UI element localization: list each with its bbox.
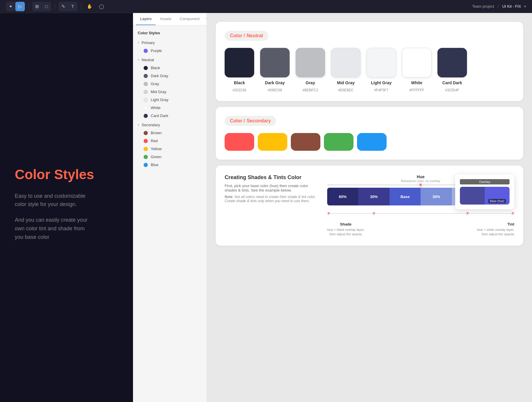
tint-label-title: Tint xyxy=(477,222,514,226)
secondary-badge-highlight: Secondary xyxy=(247,118,271,124)
shade-label-title: Shade xyxy=(327,222,364,226)
color-name-mid-gray: Mid Gray xyxy=(337,80,355,85)
color-dot-gray xyxy=(144,82,148,86)
slider-handle-left[interactable] xyxy=(327,212,330,215)
main-layout: Color Styles Easy to use and customizabl… xyxy=(0,13,532,402)
description-1: Easy to use and customizable color style… xyxy=(15,192,118,209)
color-swatch-card-dark xyxy=(437,48,467,77)
color-dot-card-dark xyxy=(144,114,148,118)
secondary-swatch-yellow xyxy=(258,133,287,151)
tool-group-select: ✦ ▷ xyxy=(6,2,25,11)
shade-segment-30-light: 30% xyxy=(421,188,452,205)
tab-arrow[interactable]: ▾ xyxy=(204,13,207,25)
title-highlight: Styles xyxy=(54,167,94,182)
overlay-badge: Overlay xyxy=(460,179,510,184)
style-item-green[interactable]: Green xyxy=(133,153,207,161)
style-item-label-mid-gray: Mid Gray xyxy=(151,90,166,94)
style-item-card-dark[interactable]: Card Dark xyxy=(133,112,207,120)
chevron-down-icon-secondary: ▾ xyxy=(138,123,139,127)
color-card-card-dark: Card Dark #32354F xyxy=(437,48,467,92)
page-title: Color Styles xyxy=(15,166,118,183)
style-group-primary: ▾ Primary Purple xyxy=(133,39,207,55)
toolbar-left: ✦ ▷ ⊞ □ ✎ T ✋ ◯ xyxy=(6,2,106,11)
shades-title: Creating Shades & Tints Color xyxy=(225,174,318,181)
slider-handle-left-mid[interactable] xyxy=(372,212,375,215)
shade-segment-60-dark: 60% xyxy=(327,188,359,205)
shades-note: Note: Not all colors need to create thei… xyxy=(225,195,318,203)
color-styles-heading: Color Styles xyxy=(133,28,207,39)
color-card-white: White #FFFFFF xyxy=(402,48,432,92)
sidebar-tabs: Layers Assets Component ▾ xyxy=(133,13,207,25)
style-item-blue[interactable]: Blue xyxy=(133,161,207,169)
tool-move[interactable]: ▷ xyxy=(15,2,25,11)
secondary-color-row xyxy=(225,133,514,151)
style-item-white[interactable]: White xyxy=(133,104,207,112)
breadcrumb-arrow-icon: ▾ xyxy=(524,4,526,9)
sidebar-content: Color Styles ▾ Primary Purple ▾ Neutral xyxy=(133,25,207,402)
style-group-header-neutral[interactable]: ▾ Neutral xyxy=(133,56,207,64)
color-dot-blue xyxy=(144,163,148,167)
title-plain: Color xyxy=(15,167,54,182)
neutral-color-grid: Black #202236 Dark Gray #595C68 Gray #BE… xyxy=(225,48,514,92)
style-item-label-yellow: Yellow xyxy=(151,147,162,151)
overlay-colors: Base (hue) xyxy=(460,187,510,205)
tab-assets[interactable]: Assets xyxy=(156,13,176,25)
overlay-color-main: Base (hue) xyxy=(485,187,510,205)
group-name-neutral: Neutral xyxy=(142,58,154,62)
tool-hand[interactable]: ✋ xyxy=(85,2,94,11)
color-name-card-dark: Card Dark xyxy=(442,80,462,85)
color-name-white: White xyxy=(411,80,422,85)
style-group-header-primary[interactable]: ▾ Primary xyxy=(133,39,207,47)
tool-group-draw: ✎ T xyxy=(59,2,77,11)
color-hex-dark-gray: #595C68 xyxy=(268,88,282,92)
shade-labels: Shade Hue + black overlay layer, then ad… xyxy=(327,222,514,237)
color-dot-light-gray xyxy=(144,98,148,102)
tab-component[interactable]: Component xyxy=(176,13,204,25)
color-name-light-gray: Light Gray xyxy=(371,80,392,85)
color-swatch-black xyxy=(225,48,254,77)
style-item-light-gray[interactable]: Light Gray xyxy=(133,96,207,104)
breadcrumb-separator: / xyxy=(498,4,499,9)
style-item-gray[interactable]: Gray xyxy=(133,80,207,88)
style-item-dark-gray[interactable]: Dark Gray xyxy=(133,72,207,80)
style-item-label-blue: Blue xyxy=(151,163,158,167)
tool-vector[interactable]: ✦ xyxy=(6,2,15,11)
shade-segment-base: Base xyxy=(390,188,421,205)
shades-tints-text: Creating Shades & Tints Color First, pic… xyxy=(225,174,318,237)
bottom-slider-area xyxy=(327,210,514,216)
slider-handle-center[interactable] xyxy=(419,183,422,187)
style-item-red[interactable]: Red xyxy=(133,137,207,145)
tab-layers[interactable]: Layers xyxy=(136,13,156,25)
style-item-label-black: Black xyxy=(151,66,160,70)
tool-pen[interactable]: ✎ xyxy=(59,2,68,11)
color-card-dark-gray: Dark Gray #595C68 xyxy=(260,48,290,92)
tool-comment[interactable]: ◯ xyxy=(97,2,106,11)
style-item-black[interactable]: Black xyxy=(133,64,207,72)
color-dot-white xyxy=(144,106,148,110)
style-group-header-secondary[interactable]: ▾ Secondary xyxy=(133,121,207,129)
secondary-swatch-brown xyxy=(291,133,320,151)
group-name-secondary: Secondary xyxy=(142,123,160,127)
tool-shape[interactable]: □ xyxy=(42,2,51,11)
color-hex-gray: #BEBFC2 xyxy=(302,88,318,92)
tool-text[interactable]: T xyxy=(68,2,77,11)
color-name-dark-gray: Dark Gray xyxy=(265,80,285,85)
tool-frame[interactable]: ⊞ xyxy=(32,2,42,11)
style-item-yellow[interactable]: Yellow xyxy=(133,145,207,153)
slider-handle-right-mid[interactable] xyxy=(466,212,469,215)
shade-segment-label-30-light: 30% xyxy=(432,194,440,199)
color-card-gray: Gray #BEBFC2 xyxy=(296,48,325,92)
sidebar: Layers Assets Component ▾ Color Styles ▾… xyxy=(133,13,207,402)
color-dot-yellow xyxy=(144,147,148,151)
secondary-swatch-blue xyxy=(357,133,387,151)
style-item-mid-gray[interactable]: Mid Gray xyxy=(133,88,207,96)
secondary-section-badge: Color / Secondary xyxy=(225,116,276,126)
style-item-purple[interactable]: Purple xyxy=(133,47,207,55)
color-card-light-gray: Light Gray #F4F5F7 xyxy=(366,48,396,92)
style-item-label-brown: Brown xyxy=(151,131,162,135)
slider-handle-right[interactable] xyxy=(511,212,514,215)
style-item-label-white: White xyxy=(151,106,160,110)
color-dot-dark-gray xyxy=(144,74,148,78)
style-item-brown[interactable]: Brown xyxy=(133,129,207,137)
overlay-example: Overlay Base (hue) xyxy=(455,174,514,209)
